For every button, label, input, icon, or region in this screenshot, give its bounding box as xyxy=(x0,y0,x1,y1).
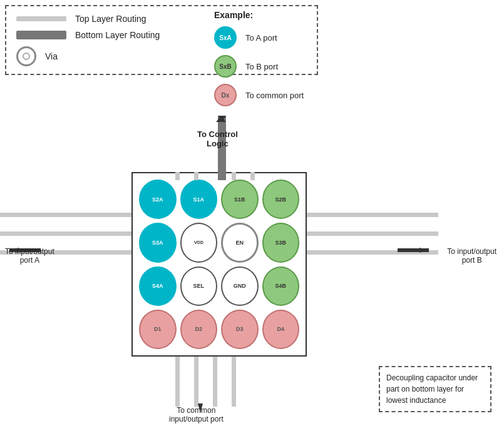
svg-rect-10 xyxy=(232,357,236,407)
pin-S1A: S1A xyxy=(180,180,218,219)
svg-rect-6 xyxy=(307,250,438,255)
example-portcommon-label: Dx xyxy=(222,92,230,99)
svg-rect-3 xyxy=(307,213,438,217)
svg-marker-13 xyxy=(216,116,226,122)
pin-GND: GND xyxy=(221,266,259,306)
example-portb-circle: SxB xyxy=(214,55,237,78)
ctrl-logic-label: To ControlLogic xyxy=(197,129,238,148)
example-porta-label: SxA xyxy=(219,34,231,41)
pin-S2B: S2B xyxy=(262,180,300,219)
via-inner xyxy=(23,53,30,60)
example-portcommon-circle: Dx xyxy=(214,84,237,106)
pin-SEL: SEL xyxy=(180,266,218,306)
example-row-portcommon: Dx To common port xyxy=(214,84,304,106)
via-label: Via xyxy=(45,51,58,61)
example-box: Example: SxA To A port SxB To B port Dx … xyxy=(207,5,311,111)
port-a-label: To input/outputport A xyxy=(5,247,54,265)
example-portb-desc: To B port xyxy=(245,62,278,71)
example-portcommon-desc: To common port xyxy=(245,91,304,100)
example-title: Example: xyxy=(214,10,304,20)
svg-rect-1 xyxy=(0,231,131,236)
svg-rect-4 xyxy=(307,231,438,236)
pin-D2: D2 xyxy=(180,310,218,349)
svg-rect-7 xyxy=(175,357,180,407)
example-row-porta: SxA To A port xyxy=(214,26,304,49)
bottom-layer-line-icon xyxy=(16,31,66,39)
via-icon xyxy=(16,46,36,66)
pin-S4B: S4B xyxy=(262,266,300,306)
top-layer-label: Top Layer Routing xyxy=(75,14,147,24)
pin-EN: EN xyxy=(221,223,259,262)
pin-S4A: S4A xyxy=(139,266,177,306)
example-row-portb: SxB To B port xyxy=(214,55,304,78)
example-porta-circle: SxA xyxy=(214,26,237,49)
example-portb-label: SxB xyxy=(219,63,231,70)
svg-rect-18 xyxy=(398,248,429,252)
svg-rect-9 xyxy=(213,357,217,407)
pin-S3A: S3A xyxy=(139,223,177,262)
pin-S1B: S1B xyxy=(221,180,259,219)
pin-S3B: S3B xyxy=(262,223,300,262)
pin-VDD: VDD xyxy=(180,223,218,262)
svg-marker-12 xyxy=(218,116,226,122)
pin-D4: D4 xyxy=(262,310,300,349)
svg-rect-0 xyxy=(0,213,131,217)
example-porta-desc: To A port xyxy=(245,33,277,43)
ic-package: S2A S1A S1B S2B S3A VDD EN S3B S4A SEL G… xyxy=(131,172,307,357)
common-port-label: To commoninput/output port xyxy=(169,406,224,423)
pin-D3: D3 xyxy=(221,310,259,349)
pin-S2A: S2A xyxy=(139,180,177,219)
pin-D1: D1 xyxy=(139,310,177,349)
top-layer-line-icon xyxy=(16,16,66,21)
port-b-label: To input/outputport B xyxy=(447,247,496,265)
svg-rect-8 xyxy=(194,357,198,407)
svg-marker-17 xyxy=(419,248,429,253)
bottom-layer-label: Bottom Layer Routing xyxy=(75,30,160,40)
pin-grid: S2A S1A S1B S2B S3A VDD EN S3B S4A SEL G… xyxy=(139,180,299,349)
decoupling-note: Decoupling capacitor under part on botto… xyxy=(379,366,491,412)
diagram-area: S2A S1A S1B S2B S3A VDD EN S3B S4A SEL G… xyxy=(0,116,504,431)
